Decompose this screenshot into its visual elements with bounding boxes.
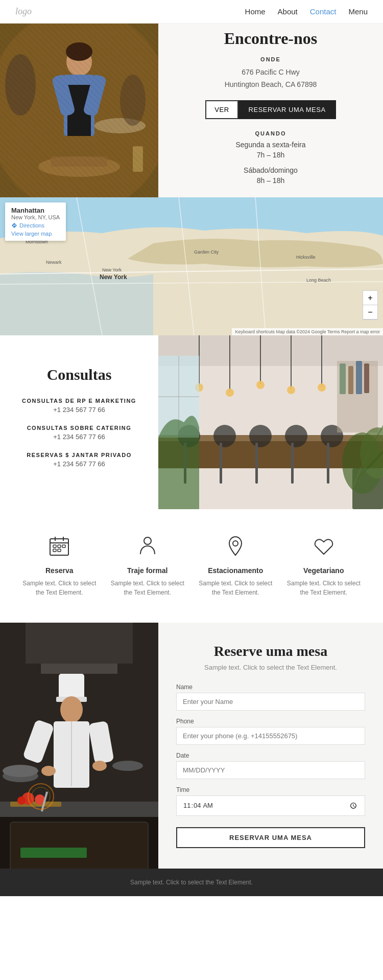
consult-label-2: CONSULTAS SOBRE CATERING — [15, 425, 143, 431]
svg-rect-9 — [83, 74, 107, 117]
map-footer: Keyboard shortcuts Map data ©2024 Google… — [232, 328, 383, 335]
svg-rect-80 — [59, 674, 84, 699]
date-label: Date — [176, 752, 365, 759]
directions-button[interactable]: Directions — [11, 222, 60, 229]
features-row: Reserva Sample text. Click to select the… — [0, 509, 383, 623]
svg-rect-54 — [340, 363, 346, 394]
svg-point-92 — [17, 796, 26, 805]
nav-menu[interactable]: Menu — [348, 7, 368, 16]
feature-traje: Traje formal Sample text. Click to selec… — [107, 535, 188, 597]
consult-item-1: CONSULTAS DE RP E MARKETING +1 234 567 7… — [15, 398, 143, 414]
consult-phone-3: +1 234 567 77 66 — [15, 460, 143, 468]
feature-traje-desc: Sample text. Click to select the Text El… — [107, 579, 188, 597]
where-label: ONDE — [260, 56, 281, 62]
svg-rect-98 — [10, 822, 148, 869]
svg-point-74 — [233, 541, 238, 546]
kitchen-photo — [0, 623, 158, 869]
btn-group: VER RESERVAR UMA MESA — [205, 100, 336, 119]
map-section: Newark New York Garden City Hicksville M… — [0, 197, 383, 335]
svg-rect-51 — [291, 443, 294, 484]
map-zoom: + − — [363, 290, 378, 320]
svg-text:Newark: Newark — [46, 260, 62, 265]
name-field-group: Name — [176, 683, 365, 711]
svg-point-12 — [120, 75, 146, 126]
svg-rect-68 — [53, 545, 56, 548]
svg-rect-7 — [67, 85, 91, 136]
feature-estacionamento-title: Estacionamento — [195, 566, 276, 575]
phone-label: Phone — [176, 718, 365, 725]
svg-point-45 — [249, 425, 272, 447]
consult-phone-2: +1 234 567 77 66 — [15, 433, 143, 441]
time-field-group: Time — [176, 786, 365, 816]
footer-text: Sample text. Click to select the Text El… — [10, 879, 373, 886]
svg-point-44 — [213, 425, 236, 447]
phone-field-group: Phone — [176, 718, 365, 745]
name-input[interactable] — [176, 693, 365, 711]
svg-rect-50 — [255, 443, 258, 484]
reserve-button[interactable]: RESERVAR UMA MESA — [238, 100, 336, 119]
consultas-left: Consultas CONSULTAS DE RP E MARKETING +1… — [0, 335, 158, 509]
feature-estacionamento: Estacionamento Sample text. Click to sel… — [195, 535, 276, 597]
svg-rect-52 — [327, 443, 329, 484]
svg-point-46 — [285, 425, 307, 447]
feature-vegetariano-title: Vegetariano — [283, 566, 365, 575]
svg-rect-78 — [41, 664, 117, 674]
name-label: Name — [176, 683, 365, 691]
reserve-image — [0, 623, 158, 869]
svg-point-73 — [144, 537, 151, 544]
weekday-hours: 7h – 18h — [236, 151, 306, 159]
svg-point-5 — [66, 42, 92, 61]
hero-info: Encontre-nos ONDE 676 Pacific C Hwy Hunt… — [158, 24, 383, 197]
weekend: Sábado/domingo — [236, 166, 306, 174]
navbar: logo Home About Contact Menu — [0, 0, 383, 24]
svg-point-38 — [256, 381, 265, 389]
weekend-hours: 8h – 18h — [236, 176, 306, 185]
date-field-group: Date — [176, 752, 365, 779]
svg-text:New York: New York — [102, 267, 122, 272]
map-overlay: Manhattan New York, NY, USA Directions V… — [5, 202, 66, 241]
feature-estacionamento-desc: Sample text. Click to select the Text El… — [195, 579, 276, 597]
svg-text:New York: New York — [100, 274, 127, 281]
svg-point-2 — [0, 24, 158, 197]
svg-rect-14 — [51, 156, 107, 167]
svg-rect-15 — [133, 146, 143, 172]
feature-traje-title: Traje formal — [107, 566, 188, 575]
location-pin-icon — [195, 535, 276, 560]
consult-phone-1: +1 234 567 77 66 — [15, 406, 143, 414]
footer: Sample text. Click to select the Text El… — [0, 869, 383, 896]
svg-rect-1 — [0, 24, 158, 197]
svg-text:Garden City: Garden City — [194, 249, 219, 255]
person-icon — [107, 535, 188, 560]
nav-links: Home About Contact Menu — [245, 7, 368, 16]
svg-text:Long Beach: Long Beach — [306, 278, 331, 283]
phone-input[interactable] — [176, 727, 365, 745]
zoom-in-button[interactable]: + — [363, 291, 377, 305]
nav-contact[interactable]: Contact — [310, 7, 337, 16]
reserve-subtitle: Sample text. Click to select the Text El… — [176, 664, 365, 671]
svg-point-39 — [287, 386, 295, 394]
place-sub: New York, NY, USA — [11, 214, 60, 220]
zoom-out-button[interactable]: − — [363, 305, 377, 320]
place-name: Manhattan — [11, 207, 60, 214]
view-larger-link[interactable]: View larger map — [11, 231, 60, 237]
consult-label-1: CONSULTAS DE RP E MARKETING — [15, 398, 143, 404]
weekdays: Segunda a sexta-feira — [236, 141, 306, 149]
date-input[interactable] — [176, 761, 365, 779]
svg-rect-6 — [64, 75, 94, 136]
feature-vegetariano-desc: Sample text. Click to select the Text El… — [283, 579, 365, 597]
view-button[interactable]: VER — [205, 100, 238, 119]
bar-photo — [158, 335, 383, 509]
calendar-icon — [18, 535, 100, 560]
svg-point-40 — [318, 383, 326, 392]
svg-point-88 — [92, 761, 107, 771]
svg-rect-8 — [51, 74, 76, 117]
time-input[interactable] — [176, 795, 365, 816]
consult-item-3: RESERVAS $ JANTAR PRIVADO +1 234 567 77 … — [15, 452, 143, 468]
svg-point-13 — [38, 156, 120, 177]
reserve-form: Reserve uma mesa Sample text. Click to s… — [158, 623, 383, 869]
svg-rect-56 — [356, 361, 362, 394]
submit-reserve-button[interactable]: RESERVAR UMA MESA — [176, 827, 365, 848]
nav-about[interactable]: About — [278, 7, 298, 16]
feature-vegetariano: Vegetariano Sample text. Click to select… — [283, 535, 365, 597]
nav-home[interactable]: Home — [245, 7, 266, 16]
